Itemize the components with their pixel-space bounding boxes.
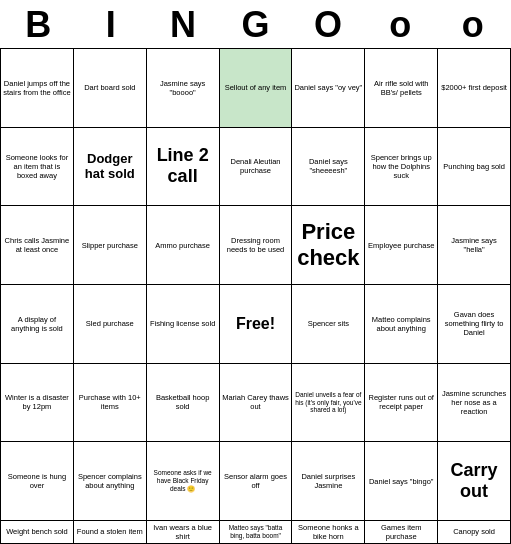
cell-2-4: Price check bbox=[292, 206, 365, 285]
cell-3-0: A display of anything is sold bbox=[1, 285, 74, 364]
cell-5-0: Someone is hung over bbox=[1, 442, 74, 521]
header-letter: B bbox=[2, 4, 74, 46]
cell-4-0: Winter is a disaster by 12pm bbox=[1, 364, 74, 443]
cell-5-5: Daniel says "bingo" bbox=[365, 442, 438, 521]
cell-6-3: Matteo says "batta bing, batta boom" bbox=[220, 521, 293, 544]
cell-3-4: Spencer sits bbox=[292, 285, 365, 364]
cell-4-5: Register runs out of receipt paper bbox=[365, 364, 438, 443]
cell-0-4: Daniel says "oy vey" bbox=[292, 49, 365, 128]
cell-2-6: Jasmine says "hella" bbox=[438, 206, 511, 285]
cell-0-3: Sellout of any item bbox=[220, 49, 293, 128]
cell-3-1: Sled purchase bbox=[74, 285, 147, 364]
cell-6-1: Found a stolen item bbox=[74, 521, 147, 544]
cell-4-1: Purchase with 10+ items bbox=[74, 364, 147, 443]
cell-4-6: Jasmine scrunches her nose as a reaction bbox=[438, 364, 511, 443]
cell-0-6: $2000+ first deposit bbox=[438, 49, 511, 128]
cell-4-3: Mariah Carey thaws out bbox=[220, 364, 293, 443]
cell-3-2: Fishing license sold bbox=[147, 285, 220, 364]
header-letter: o bbox=[364, 4, 436, 46]
cell-6-0: Weight bench sold bbox=[1, 521, 74, 544]
header-letter: N bbox=[147, 4, 219, 46]
cell-5-2: Someone asks if we have Black Friday dea… bbox=[147, 442, 220, 521]
cell-1-6: Punching bag sold bbox=[438, 128, 511, 207]
cell-4-2: Basketball hoop sold bbox=[147, 364, 220, 443]
cell-2-2: Ammo purchase bbox=[147, 206, 220, 285]
cell-3-5: Matteo complains about anything bbox=[365, 285, 438, 364]
cell-0-5: Air rifle sold with BB's/ pellets bbox=[365, 49, 438, 128]
cell-1-2: Line 2 call bbox=[147, 128, 220, 207]
cell-3-6: Gavan does something flirty to Daniel bbox=[438, 285, 511, 364]
cell-5-6: Carry out bbox=[438, 442, 511, 521]
cell-2-5: Employee purchase bbox=[365, 206, 438, 285]
header-letter: O bbox=[292, 4, 364, 46]
cell-1-1: Dodger hat sold bbox=[74, 128, 147, 207]
header-letter: I bbox=[74, 4, 146, 46]
cell-5-4: Daniel surprises Jasmine bbox=[292, 442, 365, 521]
header-letter: G bbox=[219, 4, 291, 46]
cell-2-0: Chris calls Jasmine at least once bbox=[1, 206, 74, 285]
cell-6-2: Ivan wears a blue shirt bbox=[147, 521, 220, 544]
cell-0-1: Dart board sold bbox=[74, 49, 147, 128]
cell-0-2: Jasmine says "boooo" bbox=[147, 49, 220, 128]
cell-5-1: Spencer complains about anything bbox=[74, 442, 147, 521]
cell-1-0: Someone looks for an item that is boxed … bbox=[1, 128, 74, 207]
cell-6-5: Games item purchase bbox=[365, 521, 438, 544]
cell-1-4: Daniel says "sheeeesh" bbox=[292, 128, 365, 207]
cell-0-0: Daniel jumps off the stairs from the off… bbox=[1, 49, 74, 128]
cell-6-4: Someone honks a bike horn bbox=[292, 521, 365, 544]
bingo-grid: Daniel jumps off the stairs from the off… bbox=[0, 48, 511, 544]
cell-2-1: Slipper purchase bbox=[74, 206, 147, 285]
cell-2-3: Dressing room needs to be used bbox=[220, 206, 293, 285]
cell-6-6: Canopy sold bbox=[438, 521, 511, 544]
header-letter: o bbox=[437, 4, 509, 46]
cell-3-3: Free! bbox=[220, 285, 293, 364]
cell-5-3: Sensor alarm goes off bbox=[220, 442, 293, 521]
cell-1-5: Spencer brings up how the Dolphins suck bbox=[365, 128, 438, 207]
cell-1-3: Denali Aleutian purchase bbox=[220, 128, 293, 207]
bingo-header: BINGOoo bbox=[0, 0, 511, 48]
cell-4-4: Daniel unveils a fear of his (it's only … bbox=[292, 364, 365, 443]
